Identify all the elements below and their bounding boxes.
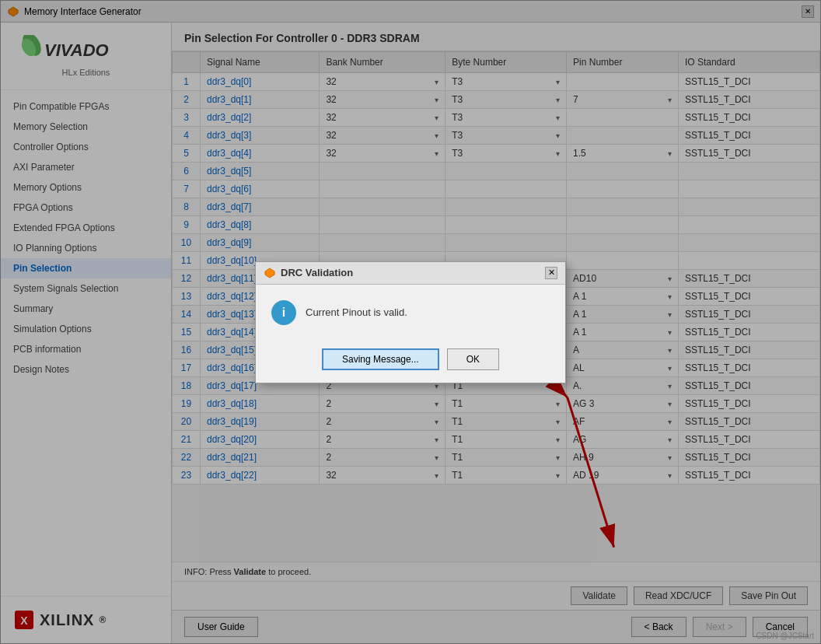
modal-overlay: DRC Validation ✕ i Current Pinout is val… (0, 0, 821, 644)
modal-icon (264, 267, 276, 279)
modal-title-text: DRC Validation (281, 267, 353, 278)
saving-message-button[interactable]: Saving Message... (322, 348, 439, 370)
modal-message: Current Pinout is valid. (306, 306, 407, 318)
drc-modal: DRC Validation ✕ i Current Pinout is val… (255, 261, 566, 383)
modal-titlebar: DRC Validation ✕ (256, 262, 565, 285)
modal-close-button[interactable]: ✕ (545, 267, 557, 279)
ok-button[interactable]: OK (447, 348, 499, 370)
modal-body: i Current Pinout is valid. (256, 285, 565, 341)
modal-title-left: DRC Validation (264, 267, 353, 279)
svg-marker-8 (265, 268, 274, 278)
modal-info-icon: i (271, 300, 296, 325)
modal-buttons: Saving Message... OK (256, 341, 565, 383)
